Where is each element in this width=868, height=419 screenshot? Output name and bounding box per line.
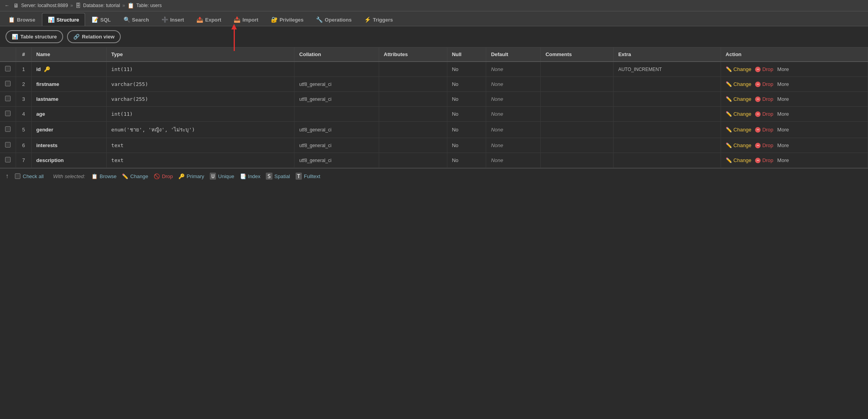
row-num-1: 2 xyxy=(16,77,31,92)
tab-search[interactable]: 🔍 Search xyxy=(118,13,155,26)
change-btn-0[interactable]: ✏️ Change xyxy=(726,66,752,72)
row-checkbox-6[interactable] xyxy=(5,157,11,162)
drop-label-3: Drop xyxy=(762,111,773,117)
change-icon-5: ✏️ xyxy=(726,142,732,148)
more-btn-0[interactable]: More xyxy=(777,66,789,72)
relation-view-icon: 🔗 xyxy=(73,34,80,40)
row-action-1: ✏️ Change – Drop More xyxy=(721,77,868,92)
table-header: # Name Type Collation Attributes Null De… xyxy=(0,47,868,62)
check-all-checkbox[interactable] xyxy=(15,173,20,179)
tab-triggers[interactable]: ⚡ Triggers xyxy=(358,13,399,26)
drop-label-6: Drop xyxy=(762,157,773,163)
tab-sql[interactable]: 📝 SQL xyxy=(86,13,117,26)
row-checkbox-3[interactable] xyxy=(5,111,11,116)
footer-primary-btn[interactable]: 🔑 Primary xyxy=(178,173,204,179)
drop-label-4: Drop xyxy=(762,127,773,133)
more-btn-4[interactable]: More xyxy=(777,127,789,133)
tab-structure[interactable]: 📊 Structure xyxy=(42,13,85,26)
drop-circle-0: – xyxy=(755,67,761,72)
footer-fulltext-btn[interactable]: T Fulltext xyxy=(296,173,320,180)
footer-actions: 📋 Browse ✏️ Change 🚫 Drop 🔑 Primary U Un… xyxy=(91,173,863,180)
table-row: 6 interests text utf8_general_ci No None… xyxy=(0,138,868,153)
more-btn-6[interactable]: More xyxy=(777,157,789,163)
drop-btn-0[interactable]: – Drop xyxy=(755,66,773,72)
table-icon: 📋 xyxy=(127,2,134,9)
drop-label-5: Drop xyxy=(762,142,773,148)
tab-sql-label: SQL xyxy=(100,17,111,23)
row-collation-5: utf8_general_ci xyxy=(294,138,379,153)
footer-browse-btn[interactable]: 📋 Browse xyxy=(91,173,116,179)
table-body: 1 id 🔑 int(11) No None AUTO_INCREMENT ✏️… xyxy=(0,62,868,168)
drop-btn-4[interactable]: – Drop xyxy=(755,127,773,133)
table-label: Table: users xyxy=(136,3,162,8)
more-btn-3[interactable]: More xyxy=(777,111,789,117)
row-num-3: 4 xyxy=(16,107,31,122)
browse-tab-icon: 📋 xyxy=(8,16,15,23)
footer-index-btn[interactable]: 📑 Index xyxy=(240,173,261,179)
change-btn-5[interactable]: ✏️ Change xyxy=(726,142,752,148)
tab-triggers-label: Triggers xyxy=(373,17,393,23)
tab-export[interactable]: 📤 Export xyxy=(191,13,227,26)
footer-unique-btn[interactable]: U Unique xyxy=(210,173,234,180)
row-checkbox-1[interactable] xyxy=(5,81,11,86)
row-checkbox-4[interactable] xyxy=(5,126,11,132)
relation-view-button[interactable]: 🔗 Relation view xyxy=(67,30,121,43)
red-arrow xyxy=(231,24,237,51)
tab-import-label: Import xyxy=(242,17,258,23)
table-row: 1 id 🔑 int(11) No None AUTO_INCREMENT ✏️… xyxy=(0,62,868,77)
row-checkbox-cell xyxy=(0,92,16,107)
row-action-4: ✏️ Change – Drop More xyxy=(721,122,868,138)
row-comments-6 xyxy=(541,153,614,168)
sep2: » xyxy=(122,3,125,8)
row-action-3: ✏️ Change – Drop More xyxy=(721,107,868,122)
privileges-tab-icon: 🔐 xyxy=(271,16,278,23)
change-icon-0: ✏️ xyxy=(726,66,732,72)
drop-btn-2[interactable]: – Drop xyxy=(755,96,773,102)
change-btn-2[interactable]: ✏️ Change xyxy=(726,96,752,102)
row-checkbox-5[interactable] xyxy=(5,142,11,148)
row-extra-5 xyxy=(613,138,721,153)
row-default-5: None xyxy=(486,138,541,153)
tab-privileges[interactable]: 🔐 Privileges xyxy=(265,13,309,26)
change-icon-2: ✏️ xyxy=(726,96,732,102)
change-btn-4[interactable]: ✏️ Change xyxy=(726,127,752,133)
tab-operations[interactable]: 🔧 Operations xyxy=(310,13,358,26)
row-collation-4: utf8_general_ci xyxy=(294,122,379,138)
row-extra-2 xyxy=(613,92,721,107)
header-collation-col: Collation xyxy=(294,47,379,62)
row-null-4: No xyxy=(447,122,486,138)
drop-btn-1[interactable]: – Drop xyxy=(755,81,773,87)
row-comments-3 xyxy=(541,107,614,122)
row-default-0: None xyxy=(486,62,541,77)
tab-browse[interactable]: 📋 Browse xyxy=(2,13,41,26)
tab-operations-label: Operations xyxy=(325,17,352,23)
row-checkbox-2[interactable] xyxy=(5,96,11,101)
row-attributes-0 xyxy=(379,62,447,77)
change-btn-1[interactable]: ✏️ Change xyxy=(726,81,752,87)
table-structure-button[interactable]: 📊 Table structure xyxy=(5,30,63,43)
tab-insert[interactable]: ➕ Insert xyxy=(156,13,190,26)
drop-btn-5[interactable]: – Drop xyxy=(755,142,773,148)
row-type-0: int(11) xyxy=(106,62,294,77)
row-checkbox-0[interactable] xyxy=(5,66,11,71)
footer-drop-btn[interactable]: 🚫 Drop xyxy=(154,173,173,179)
row-comments-1 xyxy=(541,77,614,92)
change-label-0: Change xyxy=(734,66,752,72)
footer-change-btn[interactable]: ✏️ Change xyxy=(122,173,148,179)
more-btn-1[interactable]: More xyxy=(777,81,789,87)
more-btn-2[interactable]: More xyxy=(777,96,789,102)
drop-btn-3[interactable]: – Drop xyxy=(755,111,773,117)
row-attributes-5 xyxy=(379,138,447,153)
change-label-5: Change xyxy=(734,142,752,148)
footer-spatial-btn[interactable]: S Spatial xyxy=(266,173,290,180)
footer-change-icon: ✏️ xyxy=(122,173,128,179)
drop-btn-6[interactable]: – Drop xyxy=(755,157,773,163)
check-all-label[interactable]: Check all xyxy=(15,173,44,179)
more-btn-5[interactable]: More xyxy=(777,142,789,148)
row-attributes-2 xyxy=(379,92,447,107)
back-icon[interactable]: ← xyxy=(5,3,9,8)
row-extra-1 xyxy=(613,77,721,92)
change-btn-3[interactable]: ✏️ Change xyxy=(726,111,752,117)
change-btn-6[interactable]: ✏️ Change xyxy=(726,157,752,163)
tab-browse-label: Browse xyxy=(17,17,35,23)
